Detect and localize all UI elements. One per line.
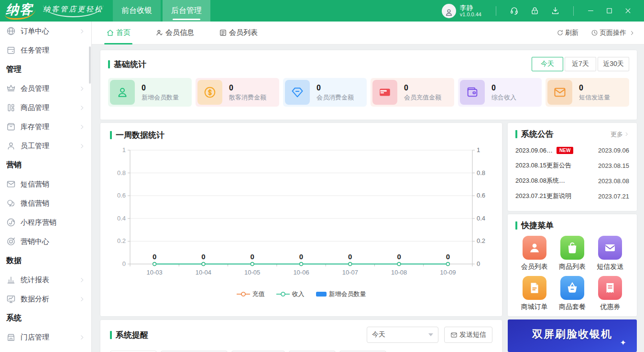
stat-label: 散客消费金额 (229, 94, 266, 101)
home-icon (106, 29, 114, 37)
legend-line-marker-icon (276, 291, 290, 297)
announcement-text: 2023.08.15更新公告 (515, 161, 571, 170)
sidebar-item[interactable]: 营销中心 (0, 232, 91, 251)
avatar[interactable] (442, 4, 456, 18)
close-icon[interactable] (624, 7, 632, 14)
window-controls (581, 7, 637, 14)
stat-value: 0 (491, 83, 516, 93)
staff-icon (6, 141, 16, 151)
sidebar-item-label: 员工管理 (21, 142, 49, 151)
sidebar-item[interactable]: 小程序营销 (0, 213, 91, 232)
page-tab[interactable]: 会员列表 (219, 22, 258, 44)
stat-value: 0 (317, 83, 354, 93)
range-button-label: 近7天 (572, 60, 589, 68)
svg-text:0: 0 (251, 253, 254, 261)
chevron-right-icon (79, 143, 85, 149)
range-button[interactable]: 近30天 (598, 57, 629, 71)
wallet-icon (466, 86, 479, 99)
legend-item[interactable]: 收入 (276, 290, 305, 298)
list-icon (219, 29, 227, 37)
svg-text:0.8: 0.8 (117, 169, 126, 176)
sidebar-item[interactable]: 微信营销 (0, 194, 91, 213)
quick-menu-tile (560, 236, 584, 260)
inventory-icon (6, 122, 16, 132)
quick-menu-label: 会员列表 (521, 263, 548, 271)
reminders-period-select[interactable]: 今天 (367, 327, 438, 343)
sidebar-item[interactable]: 统计报表 (0, 270, 91, 289)
mini-icon (6, 218, 16, 227)
page-ops-button[interactable]: 页面操作 (591, 29, 636, 37)
quick-menu-label: 商品列表 (559, 263, 586, 271)
quick-menu-item[interactable]: 商城订单 (521, 276, 548, 311)
stat-card: 0综合收入 (458, 78, 542, 107)
sidebar-item[interactable]: 会员管理 (0, 79, 91, 98)
quick-menu-card: 快捷菜单 会员列表商品列表短信发送商城订单商品套餐优惠券 (508, 214, 637, 316)
stat-info: 0短信发送量 (579, 83, 610, 101)
page-tab[interactable]: 首页 (106, 22, 131, 44)
content: 基础统计 今天近7天近30天 0新增会员数量0散客消费金额0会员消费金额0会员充… (92, 44, 644, 352)
page-tab-label: 首页 (116, 28, 131, 37)
wechat-icon (6, 198, 16, 208)
sidebar-item[interactable]: 任务管理 (0, 41, 91, 60)
topbar-nav-admin[interactable]: 后台管理 (163, 0, 210, 22)
send-sms-button[interactable]: 发送短信 (444, 327, 492, 343)
quick-menu-item[interactable]: 商品列表 (559, 236, 586, 271)
stat-card: 0新增会员数量 (108, 78, 192, 107)
sidebar-item[interactable]: 员工管理 (0, 136, 91, 155)
chevron-right-icon (624, 132, 629, 137)
page-ops-icon (591, 29, 598, 36)
sidebar-scrollbar[interactable] (89, 46, 91, 84)
announcement-row[interactable]: 2023.09.06…NEW2023.09.06 (515, 143, 629, 158)
svg-text:1: 1 (122, 146, 126, 154)
range-button[interactable]: 近7天 (565, 57, 596, 71)
maximize-icon[interactable] (606, 7, 613, 14)
user-avatar-icon (444, 8, 454, 17)
stat-icon-tile (110, 80, 135, 105)
support-icon[interactable] (510, 6, 519, 15)
sidebar-item[interactable]: 库存管理 (0, 117, 91, 136)
sidebar-item[interactable]: 短信营销 (0, 175, 91, 194)
announcement-text: 2023.07.21更新说明 (515, 192, 571, 200)
announcement-row[interactable]: 2023.08.08系统…2023.08.08 (515, 173, 629, 188)
refresh-button[interactable]: 刷新 (557, 29, 579, 37)
brand-logo: 纳客 (5, 2, 35, 19)
quick-menu-item[interactable]: 商品套餐 (559, 276, 586, 311)
sidebar-item-label: 统计报表 (21, 275, 49, 285)
stat-value: 0 (579, 83, 610, 93)
legend-item[interactable]: 充值 (237, 290, 265, 298)
svg-text:0.8: 0.8 (477, 169, 485, 176)
sidebar-item[interactable]: 门店管理 (0, 328, 91, 347)
caret-down-icon (428, 333, 433, 336)
ad-banner[interactable]: 双屏刷脸收银机 ✦ (508, 319, 637, 352)
minimize-icon[interactable] (587, 7, 594, 14)
topbar-nav-cashier[interactable]: 前台收银 (113, 0, 161, 22)
quick-menu-item[interactable]: 优惠券 (598, 276, 622, 311)
announcements-more-link[interactable]: 更多 (611, 130, 629, 139)
svg-text:0: 0 (446, 253, 450, 261)
svg-text:10-07: 10-07 (342, 269, 358, 276)
qbag-icon (565, 241, 579, 255)
quick-menu-tile (560, 276, 584, 300)
announcement-row[interactable]: 2023.07.21更新说明2023.07.21 (515, 188, 629, 204)
topbar-nav-label: 前台收银 (121, 6, 152, 16)
svg-text:0: 0 (153, 253, 156, 261)
quick-menu-item[interactable]: 会员列表 (521, 236, 548, 271)
range-button[interactable]: 今天 (532, 57, 563, 71)
sidebar-item[interactable]: 订单中心 (0, 22, 91, 41)
page-tabstrip: 首页会员信息会员列表 刷新 页面操作 (92, 22, 644, 44)
announcement-row[interactable]: 2023.08.15更新公告2023.08.15 (515, 158, 629, 173)
sidebar-item[interactable]: 商品管理 (0, 98, 91, 117)
quick-menu-item[interactable]: 短信发送 (597, 236, 623, 271)
lock-icon[interactable] (530, 6, 539, 15)
legend-bar-marker-icon (316, 291, 327, 297)
sidebar-item-label: 订单中心 (21, 27, 49, 36)
app-window: 纳客 纳客管店更轻松 前台收银后台管理 李静 v1.0.0.44 订单中心任务管… (0, 0, 644, 352)
reminders-card: 系统提醒 今天 发送短信 生日提醒保养时间要到了会员没钱了 (100, 320, 502, 352)
main-area: 首页会员信息会员列表 刷新 页面操作 (92, 22, 644, 352)
legend-item[interactable]: 新增会员数量 (316, 290, 366, 298)
chevron-right-icon (79, 296, 85, 302)
download-icon[interactable] (551, 6, 560, 15)
page-tab[interactable]: 会员信息 (155, 22, 194, 44)
sidebar-item[interactable]: 数据分析 (0, 289, 91, 308)
task-icon (6, 45, 16, 55)
